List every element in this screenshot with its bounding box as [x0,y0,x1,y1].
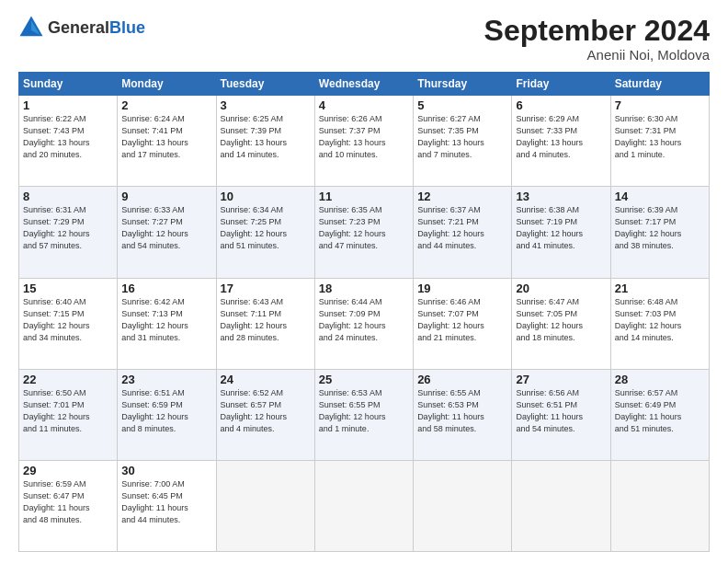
table-row: 8Sunrise: 6:31 AMSunset: 7:29 PMDaylight… [19,187,118,278]
table-row: 24Sunrise: 6:52 AMSunset: 6:57 PMDayligh… [216,369,314,460]
table-row: 30Sunrise: 7:00 AMSunset: 6:45 PMDayligh… [118,460,216,551]
day-info: Sunrise: 6:37 AMSunset: 7:21 PMDaylight:… [417,204,507,252]
day-number: 25 [319,373,409,386]
table-row: 14Sunrise: 6:39 AMSunset: 7:17 PMDayligh… [610,187,709,278]
day-number: 22 [23,373,113,386]
day-info: Sunrise: 6:51 AMSunset: 6:59 PMDaylight:… [121,387,211,435]
logo: GeneralBlue [18,15,145,40]
day-number: 6 [516,98,606,112]
day-info: Sunrise: 6:46 AMSunset: 7:07 PMDaylight:… [417,296,507,344]
table-row: 17Sunrise: 6:43 AMSunset: 7:11 PMDayligh… [216,278,314,369]
day-info: Sunrise: 6:56 AMSunset: 6:51 PMDaylight:… [516,387,606,435]
col-monday: Monday [118,73,216,96]
calendar-week-row: 8Sunrise: 6:31 AMSunset: 7:29 PMDaylight… [19,187,710,278]
day-info: Sunrise: 6:57 AMSunset: 6:49 PMDaylight:… [615,387,705,435]
header: GeneralBlue September 2024 Anenii Noi, M… [18,15,710,63]
day-number: 18 [319,282,409,295]
day-number: 27 [516,373,606,386]
day-info: Sunrise: 6:35 AMSunset: 7:23 PMDaylight:… [319,204,409,252]
day-info: Sunrise: 6:39 AMSunset: 7:17 PMDaylight:… [615,204,705,252]
day-info: Sunrise: 6:52 AMSunset: 6:57 PMDaylight:… [221,387,311,435]
col-sunday: Sunday [19,73,118,96]
day-number: 17 [221,282,311,295]
location-subtitle: Anenii Noi, Moldova [484,47,710,63]
table-row: 27Sunrise: 6:56 AMSunset: 6:51 PMDayligh… [512,369,610,460]
table-row: 1Sunrise: 6:22 AMSunset: 7:43 PMDaylight… [19,96,118,187]
col-tuesday: Tuesday [216,73,314,96]
day-number: 14 [615,190,705,203]
table-row [314,460,413,551]
table-row: 10Sunrise: 6:34 AMSunset: 7:25 PMDayligh… [216,187,314,278]
calendar-week-row: 29Sunrise: 6:59 AMSunset: 6:47 PMDayligh… [19,460,710,551]
logo-general: General [48,18,109,37]
logo-blue: Blue [109,18,145,37]
calendar-week-row: 15Sunrise: 6:40 AMSunset: 7:15 PMDayligh… [19,278,710,369]
day-info: Sunrise: 6:43 AMSunset: 7:11 PMDaylight:… [221,296,311,344]
table-row: 25Sunrise: 6:53 AMSunset: 6:55 PMDayligh… [314,369,413,460]
col-saturday: Saturday [610,73,709,96]
day-number: 24 [221,373,311,386]
table-row: 6Sunrise: 6:29 AMSunset: 7:33 PMDaylight… [512,96,610,187]
page: GeneralBlue September 2024 Anenii Noi, M… [0,0,728,563]
table-row: 3Sunrise: 6:25 AMSunset: 7:39 PMDaylight… [216,96,314,187]
month-title: September 2024 [484,15,710,47]
day-info: Sunrise: 6:31 AMSunset: 7:29 PMDaylight:… [23,204,113,252]
day-info: Sunrise: 7:00 AMSunset: 6:45 PMDaylight:… [121,478,211,526]
day-info: Sunrise: 6:33 AMSunset: 7:27 PMDaylight:… [121,204,211,252]
col-friday: Friday [512,73,610,96]
table-row: 11Sunrise: 6:35 AMSunset: 7:23 PMDayligh… [314,187,413,278]
day-info: Sunrise: 6:47 AMSunset: 7:05 PMDaylight:… [516,296,606,344]
calendar-header-row: Sunday Monday Tuesday Wednesday Thursday… [19,73,710,96]
day-number: 5 [417,98,507,112]
table-row: 26Sunrise: 6:55 AMSunset: 6:53 PMDayligh… [414,369,512,460]
day-number: 2 [121,98,211,112]
table-row: 23Sunrise: 6:51 AMSunset: 6:59 PMDayligh… [118,369,216,460]
day-info: Sunrise: 6:59 AMSunset: 6:47 PMDaylight:… [23,478,113,526]
day-number: 30 [121,464,211,477]
calendar-table: Sunday Monday Tuesday Wednesday Thursday… [18,72,710,552]
table-row: 16Sunrise: 6:42 AMSunset: 7:13 PMDayligh… [118,278,216,369]
table-row: 9Sunrise: 6:33 AMSunset: 7:27 PMDaylight… [118,187,216,278]
day-info: Sunrise: 6:22 AMSunset: 7:43 PMDaylight:… [23,113,113,161]
table-row: 28Sunrise: 6:57 AMSunset: 6:49 PMDayligh… [610,369,709,460]
logo-icon [18,15,44,40]
day-number: 12 [417,190,507,203]
table-row [414,460,512,551]
table-row: 29Sunrise: 6:59 AMSunset: 6:47 PMDayligh… [19,460,118,551]
day-info: Sunrise: 6:27 AMSunset: 7:35 PMDaylight:… [417,113,507,161]
day-number: 1 [23,98,113,112]
table-row: 12Sunrise: 6:37 AMSunset: 7:21 PMDayligh… [414,187,512,278]
day-info: Sunrise: 6:53 AMSunset: 6:55 PMDaylight:… [319,387,409,435]
day-info: Sunrise: 6:40 AMSunset: 7:15 PMDaylight:… [23,296,113,344]
day-info: Sunrise: 6:30 AMSunset: 7:31 PMDaylight:… [615,113,705,161]
table-row: 5Sunrise: 6:27 AMSunset: 7:35 PMDaylight… [414,96,512,187]
table-row: 15Sunrise: 6:40 AMSunset: 7:15 PMDayligh… [19,278,118,369]
day-number: 19 [417,282,507,295]
table-row [512,460,610,551]
table-row [610,460,709,551]
day-number: 13 [516,190,606,203]
col-thursday: Thursday [414,73,512,96]
day-number: 16 [121,282,211,295]
day-info: Sunrise: 6:38 AMSunset: 7:19 PMDaylight:… [516,204,606,252]
day-number: 15 [23,282,113,295]
day-info: Sunrise: 6:50 AMSunset: 7:01 PMDaylight:… [23,387,113,435]
table-row: 21Sunrise: 6:48 AMSunset: 7:03 PMDayligh… [610,278,709,369]
day-number: 8 [23,190,113,203]
day-number: 10 [221,190,311,203]
table-row: 2Sunrise: 6:24 AMSunset: 7:41 PMDaylight… [118,96,216,187]
day-number: 20 [516,282,606,295]
day-info: Sunrise: 6:34 AMSunset: 7:25 PMDaylight:… [221,204,311,252]
table-row: 19Sunrise: 6:46 AMSunset: 7:07 PMDayligh… [414,278,512,369]
day-number: 11 [319,190,409,203]
day-info: Sunrise: 6:44 AMSunset: 7:09 PMDaylight:… [319,296,409,344]
day-number: 7 [615,98,705,112]
day-number: 26 [417,373,507,386]
day-info: Sunrise: 6:42 AMSunset: 7:13 PMDaylight:… [121,296,211,344]
day-info: Sunrise: 6:29 AMSunset: 7:33 PMDaylight:… [516,113,606,161]
day-info: Sunrise: 6:24 AMSunset: 7:41 PMDaylight:… [121,113,211,161]
table-row: 13Sunrise: 6:38 AMSunset: 7:19 PMDayligh… [512,187,610,278]
table-row: 4Sunrise: 6:26 AMSunset: 7:37 PMDaylight… [314,96,413,187]
calendar-week-row: 1Sunrise: 6:22 AMSunset: 7:43 PMDaylight… [19,96,710,187]
day-info: Sunrise: 6:48 AMSunset: 7:03 PMDaylight:… [615,296,705,344]
